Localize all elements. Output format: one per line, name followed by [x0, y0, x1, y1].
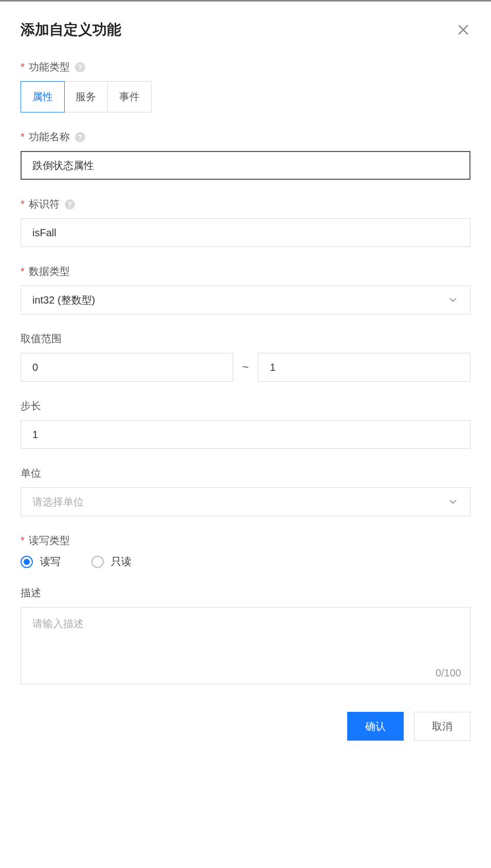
radio-read-only[interactable]: 只读	[91, 555, 131, 569]
radio-circle-checked	[21, 556, 33, 568]
chevron-down-icon	[447, 496, 459, 507]
help-icon[interactable]: ?	[65, 199, 75, 210]
required-marker: *	[21, 535, 25, 546]
modal-footer: 确认 取消	[21, 712, 470, 741]
range-max-input[interactable]	[258, 353, 470, 382]
range-min-input[interactable]	[21, 353, 233, 382]
function-name-field: * 功能名称 ?	[21, 130, 470, 180]
data-type-select[interactable]: int32 (整数型)	[21, 286, 470, 314]
radio-circle	[91, 556, 104, 568]
char-count: 0/100	[436, 667, 461, 679]
modal-title: 添加自定义功能	[21, 20, 121, 40]
range-separator: ~	[242, 361, 249, 374]
required-marker: *	[21, 198, 25, 210]
range-field: 取值范围 ~	[21, 332, 470, 382]
unit-select[interactable]: 请选择单位	[21, 487, 470, 516]
step-input[interactable]	[21, 420, 470, 449]
function-type-tabs: 属性 服务 事件	[21, 81, 152, 112]
unit-label: 单位	[21, 466, 470, 480]
help-icon[interactable]: ?	[75, 62, 85, 72]
chevron-down-icon	[447, 294, 459, 306]
modal-header: 添加自定义功能	[21, 20, 470, 40]
data-type-field: * 数据类型 int32 (整数型)	[21, 265, 470, 314]
help-icon[interactable]: ?	[75, 132, 85, 142]
required-marker: *	[21, 61, 25, 73]
close-icon[interactable]	[456, 23, 470, 37]
radio-read-write[interactable]: 读写	[21, 555, 61, 569]
rw-type-label: * 读写类型	[21, 534, 470, 548]
description-label: 描述	[21, 586, 470, 600]
function-type-field: * 功能类型 ? 属性 服务 事件	[21, 60, 470, 112]
rw-type-field: * 读写类型 读写 只读	[21, 534, 470, 569]
data-type-label: * 数据类型	[21, 265, 470, 278]
add-custom-function-modal: 添加自定义功能 * 功能类型 ? 属性 服务 事件 * 功能名称 ? *	[0, 0, 491, 763]
description-textarea[interactable]	[21, 607, 470, 684]
tab-service[interactable]: 服务	[64, 82, 108, 112]
tab-attribute[interactable]: 属性	[21, 81, 65, 112]
required-marker: *	[21, 131, 25, 143]
step-field: 步长	[21, 399, 470, 449]
step-label: 步长	[21, 399, 470, 413]
cancel-button[interactable]: 取消	[414, 712, 470, 741]
required-marker: *	[21, 266, 25, 277]
description-field: 描述 0/100	[21, 586, 470, 686]
confirm-button[interactable]: 确认	[347, 712, 404, 741]
range-label: 取值范围	[21, 332, 470, 346]
identifier-input[interactable]	[21, 218, 470, 247]
function-name-input[interactable]	[21, 151, 470, 180]
identifier-field: * 标识符 ?	[21, 197, 470, 247]
unit-field: 单位 请选择单位	[21, 466, 470, 516]
identifier-label: * 标识符 ?	[21, 197, 470, 211]
function-type-label: * 功能类型 ?	[21, 60, 470, 74]
function-name-label: * 功能名称 ?	[21, 130, 470, 144]
tab-event[interactable]: 事件	[108, 82, 151, 112]
